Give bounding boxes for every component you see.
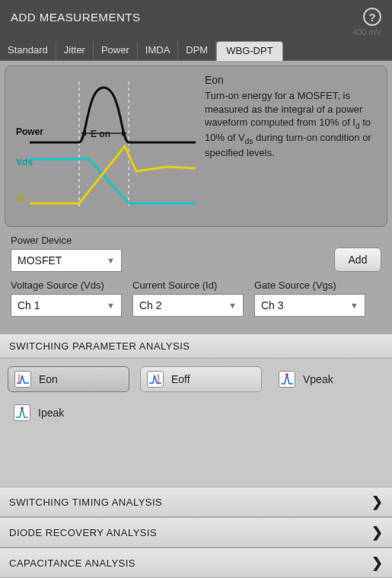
chevron-down-icon: ▼ — [107, 301, 115, 310]
chevron-down-icon: ▼ — [107, 256, 115, 265]
current-source-value: Ch 2 — [139, 299, 162, 311]
current-source-field: Current Source (Id) Ch 2 ▼ — [132, 279, 244, 317]
section-switching-timing-header[interactable]: SWITCHING TIMING ANALYSIS ❯ — [0, 487, 392, 517]
section-switching-timing-title: SWITCHING TIMING ANALYSIS — [9, 497, 162, 508]
voltage-source-select[interactable]: Ch 1 ▼ — [11, 294, 122, 317]
measurement-vpeak-label: Vpeak — [303, 373, 333, 385]
preview-text: Eon Turn-on energy for a MOSFET, is meas… — [205, 74, 378, 214]
measurement-eon[interactable]: Eon — [8, 366, 129, 392]
preview-waveform-graphic: E on Power Vds ID — [14, 74, 197, 214]
section-switching-parameter-title: SWITCHING PARAMETER ANALYSIS — [9, 340, 190, 352]
waveform-svg: E on Power Vds ID — [14, 74, 197, 211]
vpeak-icon — [279, 371, 295, 388]
svg-point-6 — [21, 407, 24, 410]
tab-imda[interactable]: IMDA — [138, 41, 179, 60]
section-capacitance-title: CAPACITANCE ANALYSIS — [9, 557, 135, 569]
section-diode-recovery-title: DIODE RECOVERY ANALYSIS — [9, 527, 157, 538]
tab-dpm[interactable]: DPM — [178, 41, 216, 60]
config-form: Power Device MOSFET ▼ Add Voltage Source… — [5, 227, 387, 334]
add-button-label: Add — [349, 254, 368, 266]
id-trace-label: ID — [16, 193, 25, 204]
gate-source-select[interactable]: Ch 3 ▼ — [254, 294, 365, 317]
ipeak-icon — [14, 404, 30, 421]
dialog-title: ADD MEASUREMENTS — [11, 11, 141, 24]
section-switching-parameter-header: SWITCHING PARAMETER ANALYSIS — [0, 334, 392, 359]
chevron-right-icon: ❯ — [371, 524, 384, 541]
tab-panel: E on Power Vds ID Eon Turn-on energy for… — [0, 61, 392, 334]
dialog-header: ADD MEASUREMENTS ? — [0, 0, 392, 29]
measurement-eoff-label: Eoff — [171, 373, 190, 385]
gate-source-field: Gate Source (Vgs) Ch 3 ▼ — [254, 279, 365, 317]
gate-source-label: Gate Source (Vgs) — [254, 279, 365, 291]
power-trace-label: Power — [16, 126, 43, 137]
measurement-vpeak[interactable]: Vpeak — [272, 366, 379, 392]
power-device-label: Power Device — [11, 235, 122, 246]
voltage-source-value: Ch 1 — [18, 299, 40, 311]
current-source-select[interactable]: Ch 2 ▼ — [132, 294, 244, 317]
measurement-ipeak[interactable]: Ipeak — [8, 400, 114, 426]
eoff-icon — [147, 371, 164, 388]
measurement-preview-card: E on Power Vds ID Eon Turn-on energy for… — [5, 65, 387, 227]
section-capacitance-header[interactable]: CAPACITANCE ANALYSIS ❯ — [0, 548, 392, 578]
vds-trace-label: Vds — [16, 157, 33, 168]
svg-point-5 — [285, 373, 288, 376]
tab-bar: Standard Jitter Power IMDA DPM WBG-DPT — [0, 38, 392, 61]
section-diode-recovery-header[interactable]: DIODE RECOVERY ANALYSIS ❯ — [0, 517, 392, 548]
eon-marker-label: E on — [91, 129, 110, 139]
tab-power[interactable]: Power — [94, 41, 138, 60]
measurement-ipeak-label: Ipeak — [38, 407, 64, 419]
voltage-source-field: Voltage Source (Vds) Ch 1 ▼ — [11, 279, 122, 317]
power-device-select[interactable]: MOSFET ▼ — [11, 249, 122, 272]
analysis-sections: SWITCHING PARAMETER ANALYSIS Eon Eoff Vp… — [0, 334, 392, 578]
power-device-value: MOSFET — [18, 254, 62, 267]
tab-wbg-dpt[interactable]: WBG-DPT — [216, 41, 282, 61]
background-watermark: 400 mV — [0, 27, 392, 38]
gate-source-value: Ch 3 — [261, 299, 284, 311]
current-source-label: Current Source (Id) — [132, 279, 244, 291]
tab-standard[interactable]: Standard — [5, 41, 56, 60]
voltage-source-label: Voltage Source (Vds) — [11, 279, 122, 291]
add-button[interactable]: Add — [334, 247, 381, 272]
measurement-eoff[interactable]: Eoff — [140, 366, 262, 392]
chevron-right-icon: ❯ — [371, 554, 384, 571]
preview-description: Turn-on energy for a MOSFET, is measured… — [205, 89, 378, 160]
section-switching-parameter-body: Eon Eoff Vpeak Ipeak — [0, 359, 392, 487]
chevron-down-icon: ▼ — [228, 301, 237, 310]
chevron-right-icon: ❯ — [371, 493, 384, 510]
measurement-eon-label: Eon — [39, 373, 58, 385]
tab-jitter[interactable]: Jitter — [56, 41, 94, 60]
preview-title: Eon — [205, 74, 378, 86]
eon-icon — [14, 371, 31, 388]
chevron-down-icon: ▼ — [350, 301, 359, 310]
help-icon[interactable]: ? — [363, 8, 381, 26]
power-device-field: Power Device MOSFET ▼ — [11, 235, 122, 272]
